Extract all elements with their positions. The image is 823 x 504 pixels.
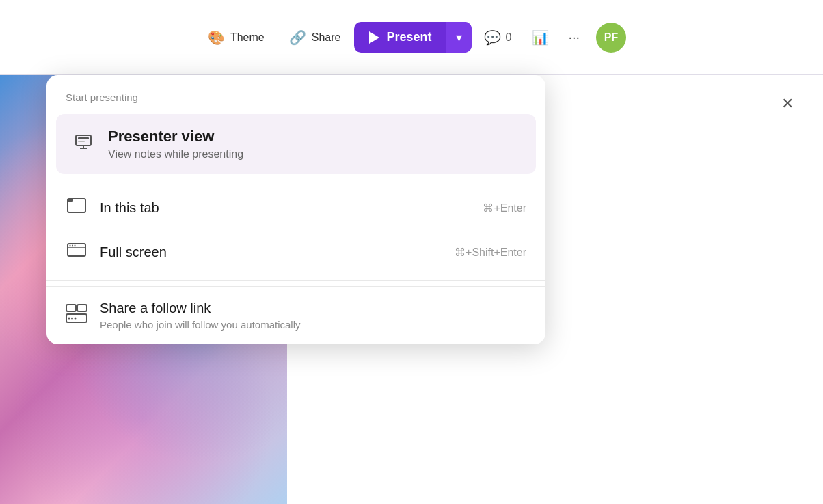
full-screen-left: Full screen [66, 242, 167, 262]
svg-point-16 [71, 318, 73, 320]
in-this-tab-shortcut: ⌘+Enter [483, 201, 526, 214]
dropdown-header: Start presenting [46, 75, 545, 114]
svg-rect-13 [77, 305, 87, 311]
in-this-tab-item[interactable]: In this tab ⌘+Enter [46, 186, 545, 229]
in-this-tab-title: In this tab [100, 200, 159, 216]
svg-point-17 [75, 318, 77, 320]
tab-icon [66, 198, 87, 217]
svg-point-15 [68, 318, 70, 320]
svg-point-9 [70, 245, 71, 247]
share-follow-link-item[interactable]: Share a follow link People who join will… [46, 286, 545, 344]
follow-link-icon [66, 304, 87, 327]
share-follow-link-text: Share a follow link People who join will… [100, 300, 300, 331]
presenter-icon [72, 132, 94, 156]
fullscreen-icon [66, 242, 87, 262]
svg-rect-6 [68, 199, 73, 202]
full-screen-item[interactable]: Full screen ⌘+Shift+Enter [46, 229, 545, 275]
svg-rect-2 [78, 141, 85, 142]
svg-rect-12 [66, 305, 76, 311]
full-screen-title: Full screen [100, 244, 167, 260]
presenter-view-text: Presenter view View notes while presenti… [108, 128, 243, 160]
close-icon: ✕ [781, 95, 794, 113]
present-dropdown-menu: Start presenting Presenter view View not… [46, 75, 545, 344]
dropdown-overlay: Start presenting Presenter view View not… [0, 0, 823, 504]
share-follow-link-title: Share a follow link [100, 300, 300, 316]
divider-2 [46, 280, 545, 281]
svg-rect-1 [78, 137, 89, 139]
svg-rect-0 [76, 135, 91, 145]
in-this-tab-left: In this tab [66, 198, 159, 217]
svg-point-11 [75, 245, 76, 247]
full-screen-shortcut: ⌘+Shift+Enter [455, 246, 526, 259]
divider-1 [46, 180, 545, 180]
svg-point-10 [72, 245, 73, 247]
presenter-view-subtitle: View notes while presenting [108, 148, 243, 160]
presenter-view-item[interactable]: Presenter view View notes while presenti… [56, 114, 536, 174]
presenter-view-title: Presenter view [108, 128, 243, 145]
close-button[interactable]: ✕ [772, 89, 802, 119]
share-follow-link-subtitle: People who join will follow you automati… [100, 319, 300, 331]
dropdown-header-text: Start presenting [66, 92, 138, 103]
